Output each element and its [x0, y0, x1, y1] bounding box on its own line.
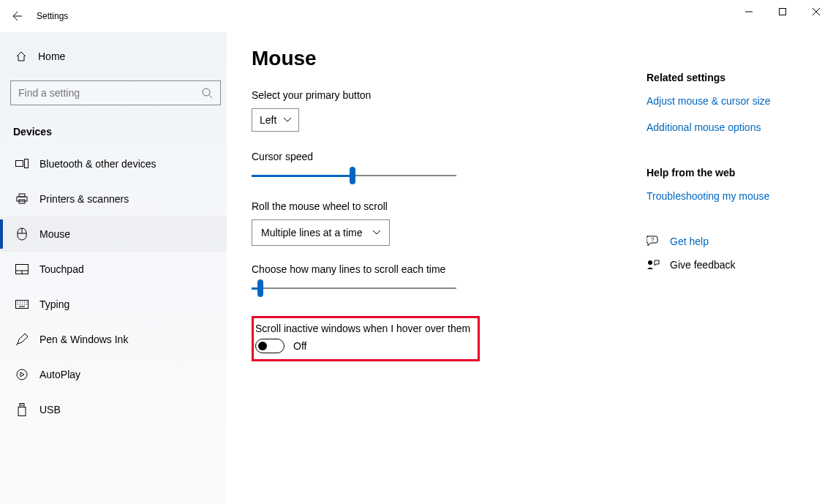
- adjust-cursor-link[interactable]: Adjust mouse & cursor size: [647, 95, 771, 107]
- slider-fill: [252, 175, 350, 177]
- sidebar-item-label: Printers & scanners: [39, 193, 129, 205]
- get-help-label: Get help: [670, 236, 709, 247]
- primary-button-label: Select your primary button: [252, 89, 617, 101]
- home-button[interactable]: Home: [0, 41, 227, 72]
- lines-scroll-slider[interactable]: [252, 282, 456, 294]
- sidebar-item-pen[interactable]: Pen & Windows Ink: [0, 322, 227, 357]
- pen-icon: [15, 334, 29, 345]
- window-title: Settings: [37, 11, 68, 21]
- devices-icon: [15, 159, 29, 169]
- sidebar-item-usb[interactable]: USB: [0, 392, 227, 427]
- sidebar-item-touchpad[interactable]: Touchpad: [0, 252, 227, 287]
- home-label: Home: [38, 50, 65, 62]
- inactive-windows-toggle[interactable]: [255, 339, 284, 353]
- arrow-left-icon: [10, 10, 22, 22]
- cursor-speed-label: Cursor speed: [252, 151, 617, 162]
- svg-rect-2: [16, 161, 23, 167]
- home-icon: [15, 50, 28, 62]
- right-pane: Related settings Adjust mouse & cursor s…: [647, 47, 771, 504]
- svg-rect-12: [18, 407, 26, 416]
- keyboard-icon: [15, 300, 29, 309]
- additional-options-link[interactable]: Additional mouse options: [647, 121, 771, 133]
- maximize-button[interactable]: [766, 0, 799, 23]
- minimize-icon: [745, 8, 753, 15]
- sidebar-item-typing[interactable]: Typing: [0, 287, 227, 322]
- related-settings-head: Related settings: [647, 72, 771, 83]
- slider-rail: [252, 287, 456, 289]
- roll-wheel-dropdown[interactable]: Multiple lines at a time: [252, 219, 390, 246]
- main-content: Mouse Select your primary button Left Cu…: [227, 32, 833, 504]
- maximize-icon: [779, 8, 786, 15]
- roll-wheel-label: Roll the mouse wheel to scroll: [252, 200, 617, 212]
- mouse-icon: [15, 227, 29, 241]
- search-icon: [201, 87, 213, 99]
- highlight-annotation: Scroll inactive windows when I hover ove…: [252, 316, 480, 361]
- category-heading: Devices: [0, 114, 227, 146]
- sidebar-item-autoplay[interactable]: AutoPlay: [0, 357, 227, 392]
- svg-rect-3: [25, 159, 29, 168]
- svg-rect-4: [19, 194, 25, 197]
- svg-point-1: [203, 89, 210, 96]
- svg-rect-0: [780, 9, 786, 15]
- feedback-row[interactable]: Give feedback: [647, 259, 771, 271]
- troubleshoot-link[interactable]: Troubleshooting my mouse: [647, 190, 771, 202]
- feedback-icon: [647, 259, 660, 271]
- sidebar-item-bluetooth[interactable]: Bluetooth & other devices: [0, 146, 227, 181]
- sidebar-item-label: Mouse: [39, 228, 70, 240]
- svg-point-10: [17, 369, 27, 380]
- toggle-state: Off: [293, 340, 306, 352]
- window-controls: [732, 0, 833, 23]
- back-button[interactable]: [0, 0, 32, 32]
- autoplay-icon: [15, 369, 29, 380]
- search-input[interactable]: [18, 87, 201, 99]
- dropdown-value: Left: [260, 114, 276, 126]
- close-icon: [813, 8, 820, 15]
- chevron-down-icon: [373, 230, 380, 235]
- usb-icon: [15, 403, 29, 416]
- svg-rect-11: [20, 404, 24, 407]
- dropdown-value: Multiple lines at a time: [261, 227, 363, 238]
- touchpad-icon: [15, 264, 29, 274]
- sidebar-item-label: Touchpad: [39, 263, 84, 275]
- sidebar: Home Devices Bluetooth & other devices P…: [0, 32, 227, 504]
- sidebar-item-label: AutoPlay: [39, 369, 80, 380]
- chat-icon: ?: [647, 236, 660, 247]
- sidebar-item-label: Bluetooth & other devices: [39, 158, 157, 170]
- slider-thumb[interactable]: [257, 279, 263, 297]
- sidebar-item-label: Pen & Windows Ink: [39, 334, 128, 345]
- slider-thumb[interactable]: [350, 167, 355, 184]
- feedback-label: Give feedback: [670, 259, 736, 271]
- sidebar-item-label: USB: [39, 404, 61, 415]
- sidebar-item-mouse[interactable]: Mouse: [0, 217, 227, 252]
- slider-fill: [252, 287, 257, 290]
- sidebar-item-label: Typing: [39, 298, 69, 310]
- help-web-head: Help from the web: [647, 167, 771, 178]
- search-box[interactable]: [10, 80, 221, 105]
- svg-point-14: [648, 260, 652, 265]
- chevron-down-icon: [284, 118, 291, 122]
- sidebar-item-printers[interactable]: Printers & scanners: [0, 181, 227, 217]
- toggle-knob: [258, 342, 267, 350]
- svg-rect-5: [17, 197, 27, 201]
- minimize-button[interactable]: [732, 0, 766, 23]
- inactive-windows-label: Scroll inactive windows when I hover ove…: [255, 323, 470, 334]
- lines-scroll-label: Choose how many lines to scroll each tim…: [252, 263, 617, 275]
- primary-button-dropdown[interactable]: Left: [252, 108, 299, 132]
- get-help-row[interactable]: ? Get help: [647, 236, 771, 247]
- printer-icon: [15, 193, 29, 205]
- cursor-speed-slider[interactable]: [252, 170, 456, 181]
- page-title: Mouse: [252, 47, 617, 70]
- titlebar: Settings: [0, 0, 833, 32]
- svg-text:?: ?: [651, 236, 655, 243]
- close-button[interactable]: [799, 0, 833, 23]
